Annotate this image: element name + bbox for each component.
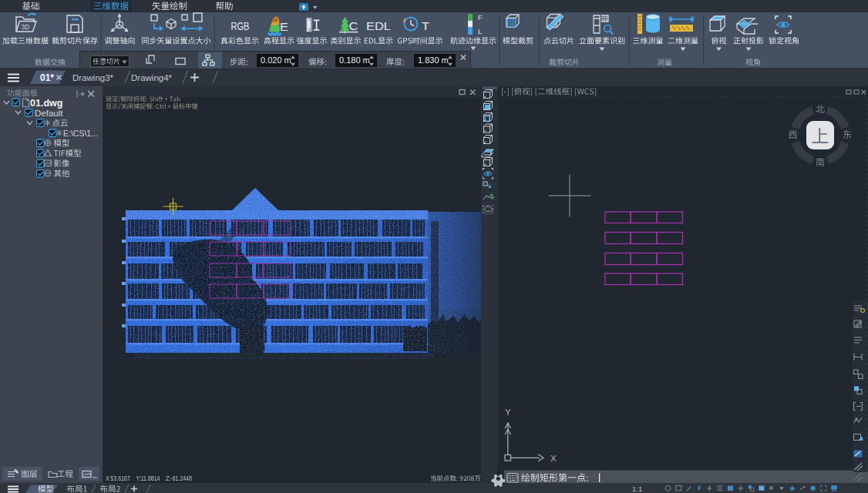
- svg-text:Drawing4*: Drawing4*: [131, 73, 173, 82]
- svg-text:T: T: [422, 19, 429, 32]
- svg-text:3D: 3D: [22, 23, 30, 31]
- svg-text:E:\CS\1...: E:\CS\1...: [63, 129, 98, 138]
- svg-text:L: L: [478, 28, 482, 35]
- svg-text:F: F: [478, 14, 483, 22]
- svg-text:Default: Default: [35, 109, 63, 118]
- svg-text:Y: Y: [505, 407, 511, 417]
- svg-text:X: X: [550, 454, 557, 463]
- svg-text:C: C: [349, 19, 358, 32]
- svg-text:EDL: EDL: [366, 19, 391, 32]
- svg-text:00: 00: [759, 486, 764, 491]
- svg-text:01.dwg: 01.dwg: [30, 98, 62, 109]
- svg-text:Drawing3*: Drawing3*: [72, 73, 114, 82]
- svg-text:RGB: RGB: [231, 19, 250, 32]
- svg-text:E: E: [280, 20, 288, 33]
- svg-text:01*: 01*: [40, 72, 54, 83]
- svg-text:1:1: 1:1: [632, 485, 642, 493]
